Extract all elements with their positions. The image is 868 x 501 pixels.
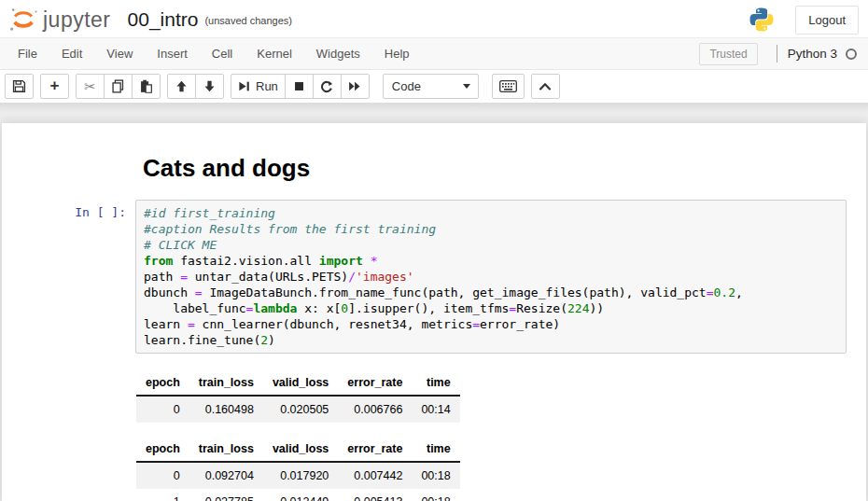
cell-value: 0.160498 [189, 396, 263, 423]
menu-item-file[interactable]: File [6, 38, 49, 69]
restart-kernel-button[interactable] [313, 74, 342, 99]
code-line: #caption Results from the first training [144, 221, 838, 237]
code-line: label_func=lambda x: x[0].isupper(), ite… [144, 300, 838, 316]
menu-item-edit[interactable]: Edit [49, 38, 94, 69]
markdown-cell[interactable]: Cats and dogs [2, 135, 866, 195]
code-line: #id first_training [144, 205, 838, 221]
training-results-table-1: epochtrain_lossvalid_losserror_ratetime0… [136, 370, 460, 423]
code-lines: #id first_training#caption Results from … [144, 205, 838, 348]
menu-item-help[interactable]: Help [372, 38, 422, 69]
column-header: valid_loss [263, 370, 338, 396]
cell-value: 0.005413 [338, 489, 412, 501]
table-row: 00.0927040.0179200.00744200:18 [136, 462, 460, 489]
output-prompt-spacer [2, 363, 135, 501]
column-header: error_rate [338, 437, 412, 462]
notebook-site: Cats and dogs In [ ]: #id first_training… [0, 104, 868, 501]
collapse-toolbar-button[interactable] [531, 74, 560, 99]
kernel-name: Python 3 [788, 47, 837, 61]
cut-cell-button[interactable]: ✂ [76, 74, 105, 99]
toolbar: + ✂ [0, 70, 868, 104]
table-header-row: epochtrain_lossvalid_losserror_ratetime [136, 370, 460, 396]
logout-button[interactable]: Logout [795, 6, 859, 35]
command-palette-button[interactable] [492, 74, 525, 99]
copy-cell-button[interactable] [104, 74, 133, 99]
code-cell[interactable]: In [ ]: #id first_training#caption Resul… [2, 195, 866, 358]
paste-icon [139, 79, 153, 93]
menu-item-cell[interactable]: Cell [200, 38, 245, 69]
jupyter-planet-icon [7, 6, 39, 34]
column-header: time [412, 437, 459, 462]
cell-value: 0.020505 [263, 396, 338, 423]
cell-value: 0.027785 [189, 489, 263, 501]
column-header: epoch [136, 437, 189, 462]
trusted-button[interactable]: Trusted [699, 43, 757, 65]
cell-value: 0.017920 [263, 462, 338, 489]
training-results-table-2: epochtrain_lossvalid_losserror_ratetime0… [136, 437, 460, 501]
cell-value: 00:18 [412, 462, 459, 489]
kernel-idle-indicator-icon [846, 49, 857, 60]
column-header: train_loss [189, 437, 263, 462]
header-bar: jupyter 00_intro (unsaved changes) Logou… [0, 0, 868, 37]
move-up-icon [175, 80, 188, 92]
save-button[interactable] [5, 74, 34, 99]
menubar-items: FileEditViewInsertCellKernelWidgetsHelp [6, 38, 422, 69]
move-cell-down-button[interactable] [195, 74, 224, 99]
column-header: valid_loss [263, 437, 338, 462]
move-down-icon [203, 80, 216, 92]
code-line: dbunch = ImageDataBunch.from_name_func(p… [144, 285, 838, 300]
notebook-container: Cats and dogs In [ ]: #id first_training… [2, 123, 866, 501]
code-editor[interactable]: #id first_training#caption Results from … [135, 200, 847, 354]
kernel-separator [777, 45, 777, 63]
python-logo-icon [749, 7, 775, 33]
interrupt-kernel-button[interactable] [285, 74, 314, 99]
cell-value: 0 [136, 462, 189, 489]
copy-icon [111, 79, 125, 93]
cell-value: 1 [136, 489, 189, 501]
run-button-label: Run [256, 79, 278, 93]
code-line: from fastai2.vision.all import * [144, 253, 838, 269]
menu-item-kernel[interactable]: Kernel [245, 38, 304, 69]
paste-cell-button[interactable] [132, 74, 161, 99]
restart-icon [320, 80, 333, 93]
cell-value: 00:18 [412, 489, 459, 501]
code-line: learn = cnn_learner(dbunch, resnet34, me… [144, 316, 838, 332]
jupyter-logo[interactable]: jupyter [7, 6, 111, 34]
column-header: time [412, 370, 459, 396]
restart-run-all-icon [348, 80, 361, 92]
stop-icon [293, 80, 305, 92]
output-area: epochtrain_lossvalid_losserror_ratetime0… [135, 363, 847, 501]
checkpoint-status: (unsaved changes) [204, 15, 292, 26]
command-palette-icon [499, 80, 517, 92]
run-cell-button[interactable]: Run [231, 74, 286, 99]
column-header: epoch [136, 370, 189, 396]
menu-item-insert[interactable]: Insert [145, 38, 200, 69]
chevron-up-icon [539, 82, 552, 90]
menubar: FileEditViewInsertCellKernelWidgetsHelp … [0, 37, 868, 70]
cell-value: 0.007442 [338, 462, 412, 489]
cell-value: 0.006766 [338, 396, 412, 423]
table-row: 00.1604980.0205050.00676600:14 [136, 396, 460, 423]
column-header: train_loss [189, 370, 263, 396]
cell-type-selected: Code [392, 79, 421, 93]
restart-run-all-button[interactable] [341, 74, 370, 99]
markdown-heading: Cats and dogs [143, 154, 847, 183]
notebook-title[interactable]: 00_intro [128, 8, 199, 31]
table-row: 10.0277850.0124490.00541300:18 [136, 489, 460, 501]
column-header: error_rate [338, 370, 412, 396]
cut-icon: ✂ [84, 79, 96, 93]
chevron-down-icon [463, 84, 470, 89]
cell-value: 00:14 [412, 396, 459, 423]
cell-value: 0.092704 [189, 462, 263, 489]
cell-value: 0.012449 [263, 489, 338, 501]
code-line: # CLICK ME [144, 237, 838, 253]
code-line: learn.fine_tune(2) [144, 332, 838, 348]
move-cell-up-button[interactable] [167, 74, 196, 99]
input-prompt: In [ ]: [2, 200, 135, 354]
jupyter-logo-text: jupyter [43, 7, 111, 33]
code-line: path = untar_data(URLs.PETS)/'images' [144, 269, 838, 285]
add-cell-icon: + [50, 77, 60, 93]
menu-item-widgets[interactable]: Widgets [304, 38, 372, 69]
insert-cell-below-button[interactable]: + [40, 74, 69, 99]
menu-item-view[interactable]: View [94, 38, 145, 69]
cell-type-dropdown[interactable]: Code [383, 74, 479, 99]
